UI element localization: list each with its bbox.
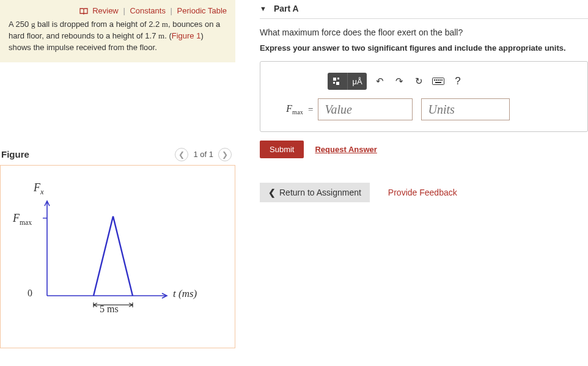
figure-next-button[interactable]: ❯ — [218, 148, 232, 161]
return-to-assignment-button[interactable]: ❮ Return to Assignment — [260, 183, 370, 202]
figure-prev-button[interactable]: ❮ — [175, 148, 188, 161]
figure-ref-link[interactable]: Figure 1 — [172, 31, 201, 40]
action-row: Submit Request Answer — [260, 141, 588, 158]
reset-icon[interactable]: ↻ — [412, 75, 425, 88]
submit-button[interactable]: Submit — [260, 141, 304, 158]
y-axis-label: Fx — [34, 181, 44, 197]
keyboard-icon[interactable] — [432, 75, 445, 88]
request-answer-link[interactable]: Request Answer — [315, 145, 377, 154]
svg-rect-14 — [439, 79, 441, 81]
problem-text-frag: ball is dropped from a height of — [35, 20, 149, 29]
answer-input-row: Fmax = — [269, 98, 579, 120]
svg-rect-12 — [436, 79, 437, 81]
bottom-row: ❮ Return to Assignment Provide Feedback — [260, 183, 588, 202]
chevron-left-icon: ❮ — [268, 188, 276, 197]
collapse-caret-icon: ▼ — [260, 5, 266, 12]
x-tick-label: 5 ms — [100, 304, 119, 315]
figure-panel: Fx Fmax 0 t (ms) 5 ms — [0, 165, 235, 348]
value-input[interactable] — [318, 98, 413, 120]
redo-icon[interactable]: ↷ — [392, 75, 406, 88]
undo-icon[interactable]: ↶ — [373, 75, 386, 88]
provide-feedback-link[interactable]: Provide Feedback — [388, 188, 457, 197]
review-link[interactable]: Review — [92, 6, 119, 15]
height-unit: m — [162, 20, 168, 29]
return-label: Return to Assignment — [279, 188, 361, 197]
svg-rect-13 — [438, 79, 439, 81]
link-separator: | — [123, 6, 125, 15]
svg-rect-8 — [333, 82, 335, 84]
question-text: What maximum force does the floor exert … — [260, 27, 588, 37]
figure-title: Figure — [1, 149, 29, 159]
rebound-value: 1.7 — [145, 31, 156, 40]
periodic-table-link[interactable]: Periodic Table — [177, 6, 227, 15]
svg-rect-7 — [337, 78, 339, 79]
height-value: 2.2 — [149, 20, 160, 29]
fmax-axis-label: Fmax — [13, 212, 32, 227]
svg-rect-6 — [333, 78, 336, 81]
svg-rect-11 — [434, 79, 435, 81]
part-title: Part A — [274, 4, 299, 13]
figure-nav: ❮ 1 of 1 ❯ — [175, 148, 232, 161]
svg-rect-9 — [336, 82, 339, 85]
rebound-unit: m — [158, 31, 164, 40]
figure-header: Figure ❮ 1 of 1 ❯ — [0, 148, 235, 165]
help-icon[interactable]: ? — [451, 75, 465, 88]
constants-link[interactable]: Constants — [130, 6, 166, 15]
link-separator: | — [171, 6, 172, 15]
problem-text: A 250 g ball is dropped from a height of… — [9, 19, 227, 54]
top-links: Review | Constants | Periodic Table — [9, 6, 227, 15]
figure-nav-text: 1 of 1 — [193, 150, 213, 159]
mass-value: 250 — [16, 20, 29, 29]
template-picker-button[interactable] — [328, 73, 347, 90]
answer-toolbar: μÅ ↶ ↷ ↻ ? — [328, 73, 579, 90]
template-icon — [333, 77, 342, 86]
part-header[interactable]: ▼ Part A — [260, 0, 588, 19]
book-icon — [79, 8, 88, 15]
special-chars-button[interactable]: μÅ — [347, 73, 367, 90]
svg-rect-15 — [441, 79, 443, 81]
units-input[interactable] — [421, 98, 510, 120]
instruction-text: Express your answer to two significant f… — [260, 43, 588, 53]
origin-label: 0 — [28, 288, 32, 299]
variable-label: Fmax — [269, 103, 303, 115]
x-axis-label: t (ms) — [173, 288, 197, 300]
svg-rect-16 — [435, 82, 441, 83]
svg-rect-10 — [433, 78, 444, 85]
equals-sign: = — [308, 104, 313, 115]
answer-box: μÅ ↶ ↷ ↻ ? Fmax = — [260, 61, 588, 132]
problem-statement-box: Review | Constants | Periodic Table A 25… — [0, 0, 235, 62]
problem-text-frag: . ( — [164, 31, 172, 40]
